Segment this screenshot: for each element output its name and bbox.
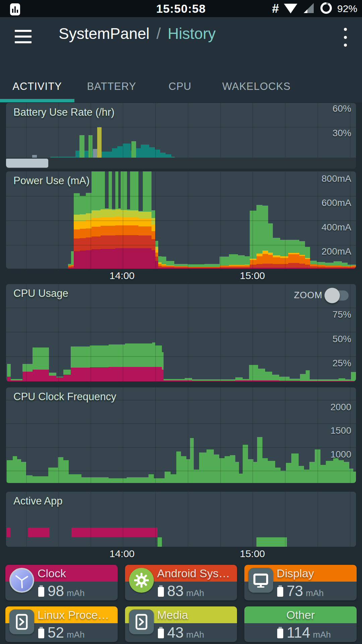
battery-use-rate-chart: Battery Use Rate (/hr) 60%30% <box>6 103 356 169</box>
active-app-chart: Active App <box>6 492 356 547</box>
switch-thumb <box>324 288 340 303</box>
axis-tick-label: 2000 <box>330 402 351 413</box>
battery-use-rate-plot[interactable]: 60%30% <box>6 103 356 158</box>
card-title: Clock <box>38 567 66 580</box>
terminal-icon <box>9 609 34 634</box>
power-use-plot[interactable]: 800mA600mA400mA200mA <box>6 171 356 269</box>
axis-tick-label: 1500 <box>330 425 351 436</box>
card-value: 98 <box>48 584 64 598</box>
time-axis: 14:0015:00 <box>6 547 356 562</box>
battery-glyph-icon <box>157 585 165 597</box>
app-title: SystemPanel <box>59 25 149 42</box>
card-value: 43 <box>167 625 184 640</box>
cpu-clock-frequency-chart: CPU Clock Frequency 200015001000 <box>6 387 356 483</box>
timeline-scrub-row <box>6 158 356 169</box>
app-bar: SystemPanel / History <box>0 17 362 57</box>
card-unit: mAh <box>313 626 330 640</box>
menu-icon[interactable] <box>15 30 32 43</box>
overflow-menu-icon[interactable] <box>339 28 352 47</box>
card-unit: mAh <box>306 584 323 598</box>
axis-tick-label: 1000 <box>330 449 351 460</box>
cell-signal-icon <box>302 1 315 16</box>
axis-tick-label: 50% <box>333 334 351 344</box>
monitor-icon <box>248 568 273 593</box>
status-icons: # 92% <box>272 0 357 17</box>
tab-battery[interactable]: BATTERY <box>74 57 149 102</box>
card-android-system[interactable]: Android Sys… <box>125 565 237 600</box>
battery-circle-icon <box>319 1 333 16</box>
card-linux-process[interactable]: Linux Proce… 52 mAh <box>5 606 118 642</box>
clock-app-icon <box>9 568 34 593</box>
card-body: 114 mAh <box>244 623 357 642</box>
axis-tick-label: 800mA <box>321 173 351 184</box>
battery-glyph-icon <box>277 585 284 597</box>
active-app-plot[interactable] <box>6 492 356 547</box>
screen: 15:50:58 # 92% System <box>0 0 362 644</box>
card-title: Android Sys… <box>157 567 230 580</box>
card-value: 83 <box>167 584 184 598</box>
battery-percent: 92% <box>337 3 357 14</box>
axis-tick-label: 25% <box>333 358 351 369</box>
time-axis: 14:0015:00 <box>6 269 356 284</box>
app-power-cards: Clock 98 mAh <box>5 565 357 642</box>
card-title: Other <box>286 608 315 622</box>
battery-glyph-icon <box>38 627 45 639</box>
axis-tick-label: 400mA <box>321 222 351 233</box>
wifi-icon <box>283 1 298 16</box>
status-bar: 15:50:58 # 92% <box>0 0 362 17</box>
timeline-scrubber[interactable] <box>6 159 48 168</box>
axis-tick-label: 200mA <box>321 246 351 257</box>
page-title: SystemPanel / History <box>59 24 216 43</box>
page-subtitle: History <box>168 25 216 42</box>
card-unit: mAh <box>67 626 84 640</box>
card-unit: mAh <box>186 584 204 598</box>
card-title: Linux Proce… <box>38 608 109 622</box>
cpu-usage-chart: CPU Usage ZOOM 75%50%25% <box>6 284 356 381</box>
hash-status-icon: # <box>272 2 279 15</box>
axis-tick-label: 30% <box>333 128 351 139</box>
title-separator: / <box>154 25 164 42</box>
card-header: Other <box>244 606 357 623</box>
card-unit: mAh <box>186 626 204 640</box>
zoom-toggle[interactable]: ZOOM <box>294 290 349 301</box>
card-value: 52 <box>48 625 64 640</box>
zoom-toggle-label: ZOOM <box>294 290 322 301</box>
time-axis-label: 15:00 <box>240 548 265 559</box>
card-value: 114 <box>287 625 310 640</box>
card-unit: mAh <box>67 584 84 598</box>
tab-cpu[interactable]: CPU <box>149 57 211 102</box>
card-title: Display <box>277 567 314 580</box>
tab-wakelocks[interactable]: WAKELOCKS <box>211 57 302 102</box>
time-axis-label: 14:00 <box>109 548 134 559</box>
card-other[interactable]: Other 114 mAh <box>244 606 357 642</box>
tab-activity[interactable]: ACTIVITY <box>0 57 74 102</box>
card-clock[interactable]: Clock 98 mAh <box>5 565 118 600</box>
tab-bar: ACTIVITY BATTERY CPU WAKELOCKS <box>0 57 362 102</box>
gear-icon <box>129 568 154 593</box>
card-display[interactable]: Display 73 mAh <box>244 565 357 600</box>
battery-glyph-icon <box>157 627 165 639</box>
cpu-clock-frequency-plot[interactable]: 200015001000 <box>6 387 356 483</box>
axis-tick-label: 75% <box>333 309 351 320</box>
power-use-chart: Power Use (mA) 800mA600mA400mA200mA <box>6 171 356 269</box>
active-tab-indicator <box>0 99 74 102</box>
card-value: 73 <box>287 584 303 598</box>
axis-tick-label: 600mA <box>321 198 351 208</box>
time-axis-label: 14:00 <box>109 270 134 281</box>
time-axis-label: 15:00 <box>240 270 265 281</box>
battery-glyph-icon <box>38 585 45 597</box>
terminal-icon <box>129 609 154 634</box>
card-title: Media <box>157 608 188 622</box>
card-media[interactable]: Media 43 mAh <box>125 606 237 642</box>
axis-tick-label: 60% <box>333 103 351 114</box>
zoom-switch[interactable] <box>328 290 349 301</box>
battery-glyph-icon <box>277 627 284 639</box>
